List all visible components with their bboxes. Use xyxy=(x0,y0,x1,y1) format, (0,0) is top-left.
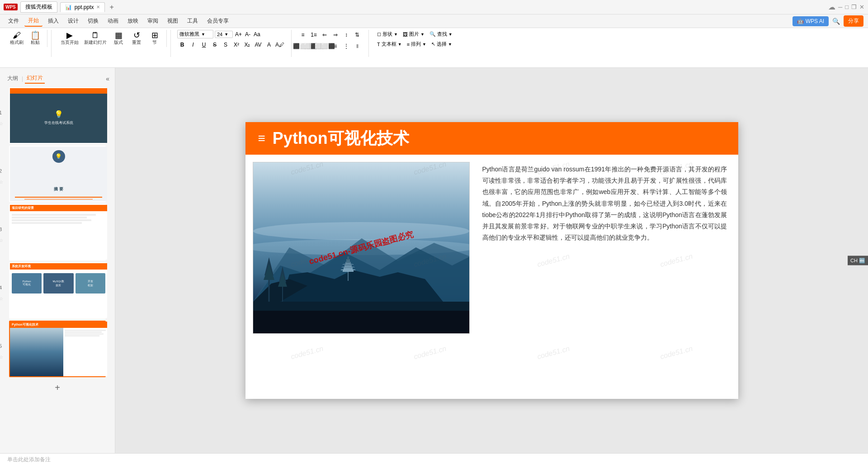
slide-thumbnail-2[interactable]: 💡 摘 要 xyxy=(9,146,106,202)
wps-ai-button[interactable]: 🤖 WPS AI xyxy=(793,16,829,26)
section-button[interactable]: ⊞ 节 xyxy=(146,30,163,47)
find-icon: 🔍 xyxy=(429,31,436,37)
language-indicator[interactable]: CH 🔤 xyxy=(848,256,868,265)
select-button[interactable]: ↖ 选择▼ xyxy=(429,40,454,48)
format-brush-icon: 🖌 xyxy=(13,31,21,39)
slide-thumbnail-1[interactable]: 💡 学生在线考试系统 xyxy=(9,87,106,144)
slide-thumbnail-4[interactable]: 系统开发环境 Python可视化 MySQL数据库 开发框架 xyxy=(9,262,106,319)
align-right-button[interactable]: ⬜⬜⬛ xyxy=(320,41,330,51)
menu-view[interactable]: 视图 xyxy=(164,16,182,26)
select-icon: ↖ xyxy=(431,41,435,47)
italic-button[interactable]: I xyxy=(188,40,198,50)
menu-slideshow[interactable]: 放映 xyxy=(124,16,142,26)
ribbon: 🖌 格式刷 📋 粘贴 ▶ 当页开始 🗒 新建幻灯片 ▦ 版式 xyxy=(0,28,868,68)
menu-start[interactable]: 开始 xyxy=(24,15,42,27)
font-decrease-button[interactable]: A- xyxy=(244,30,251,38)
strikethrough-button[interactable]: S xyxy=(210,40,220,50)
paste-icon: 📋 xyxy=(30,31,40,39)
start-slideshow-button[interactable]: ▶ 当页开始 xyxy=(59,30,80,47)
search-icon[interactable]: 🔍 xyxy=(832,18,840,25)
maximize-button[interactable]: □ xyxy=(845,4,849,10)
ribbon-separator-1 xyxy=(51,30,52,57)
superscript-button[interactable]: X² xyxy=(231,40,241,50)
line-spacing-button[interactable]: ↕ xyxy=(341,30,351,40)
tab-wps-label: 搜狐壳模板 xyxy=(25,3,52,11)
menu-transition[interactable]: 切换 xyxy=(84,16,102,26)
menu-insert[interactable]: 插入 xyxy=(44,16,62,26)
paste-button[interactable]: 📋 粘贴 xyxy=(27,30,43,47)
shapes-button[interactable]: ◻ 形状▼ xyxy=(375,30,400,38)
add-slide-icon: + xyxy=(55,383,60,393)
decrease-indent-button[interactable]: ⇐ xyxy=(320,30,330,40)
bullets-button[interactable]: ≡ xyxy=(298,30,308,40)
picture-button[interactable]: 🖼 图片▼ xyxy=(401,30,426,38)
menu-review[interactable]: 审阅 xyxy=(144,16,162,26)
add-tab-button[interactable]: + xyxy=(108,3,115,11)
menu-membership[interactable]: 会员专享 xyxy=(203,16,232,26)
layout-button[interactable]: ▦ 版式 xyxy=(110,30,127,47)
menu-tools[interactable]: 工具 xyxy=(184,16,202,26)
slide-title: Python可视化技术 xyxy=(273,128,409,150)
char-spacing-button[interactable]: AV xyxy=(253,40,263,50)
tab-outline[interactable]: 大纲 xyxy=(5,74,20,83)
tab-slides[interactable]: 幻灯片 xyxy=(25,73,45,84)
menu-animation[interactable]: 动画 xyxy=(104,16,122,26)
collapse-panel-button[interactable]: « xyxy=(106,75,109,82)
reset-icon: ↺ xyxy=(133,31,140,39)
subscript-button[interactable]: X₂ xyxy=(242,40,252,50)
new-slide-button[interactable]: 🗒 新建幻灯片 xyxy=(82,30,108,47)
tab-pptx[interactable]: 📊 ppt.pptx ✕ xyxy=(60,2,105,12)
share-button[interactable]: 分享 xyxy=(844,15,863,27)
tab-close-icon[interactable]: ✕ xyxy=(96,5,100,9)
tab-wps-office[interactable]: 搜狐壳模板 xyxy=(20,1,57,13)
minimize-button[interactable]: ─ xyxy=(838,4,842,10)
picture-icon: 🖼 xyxy=(403,32,408,37)
slide-header: ≡ Python可视化技术 xyxy=(245,122,738,155)
align-justify-button[interactable]: ≡ xyxy=(330,41,340,51)
slide-thumbnail-5[interactable]: Python可视化技术 xyxy=(9,321,106,377)
reset-button[interactable]: ↺ 重置 xyxy=(128,30,145,47)
section-icon: ⊞ xyxy=(151,31,158,39)
menu-file[interactable]: 文件 xyxy=(5,16,23,26)
columns-button[interactable]: ⫴ xyxy=(352,41,362,51)
wps-logo[interactable]: WPS xyxy=(4,4,18,10)
text-direction-button[interactable]: ⇅ xyxy=(352,30,362,40)
text-highlight-button[interactable]: A🖊 xyxy=(275,40,285,50)
shadow-button[interactable]: S xyxy=(221,40,231,50)
increase-indent-button[interactable]: ⇒ xyxy=(330,30,340,40)
slide-image[interactable]: code51.cn-源码乐园盗图必究 xyxy=(253,162,470,334)
format-brush-button[interactable]: 🖌 格式刷 xyxy=(8,30,25,47)
bold-button[interactable]: B xyxy=(177,40,187,50)
arrange-button[interactable]: ≡ 排列▼ xyxy=(405,40,428,48)
tab-pptx-label: ppt.pptx xyxy=(75,4,94,10)
add-slide-button[interactable]: + xyxy=(2,379,113,397)
menu-design[interactable]: 设计 xyxy=(64,16,82,26)
find-button[interactable]: 🔍 查找▼ xyxy=(428,30,454,38)
menu-bar: 文件 开始 插入 设计 切换 动画 放映 审阅 视图 工具 会员专享 🤖 WPS… xyxy=(0,14,868,28)
main-area: 大纲 | 幻灯片 « 1 💡 学生在线考试系统 ☆ 2 xyxy=(0,68,868,453)
ribbon-group-paste: 🖌 格式刷 📋 粘贴 xyxy=(5,30,47,47)
svg-marker-13 xyxy=(264,264,274,280)
slide-canvas[interactable]: ≡ Python可视化技术 xyxy=(245,122,738,399)
ribbon-group-drawing: ◻ 形状▼ 🖼 图片▼ 🔍 查找▼ T 文本框▼ ≡ 排列▼ ↖ xyxy=(373,30,457,48)
font-color-button[interactable]: A xyxy=(264,40,274,50)
slide-thumbnail-3[interactable]: 项目研究的背景 xyxy=(9,204,106,260)
close-button[interactable]: ✕ xyxy=(859,4,864,10)
notes-placeholder[interactable]: 单击此处添加备注 xyxy=(7,456,51,464)
clear-format-button[interactable]: Aa xyxy=(253,30,261,38)
cloud-save-icon[interactable]: ☁ xyxy=(828,3,835,11)
ribbon-group-font: 微软雅黑▼ 24▼ A+ A- Aa B I U S S X² X₂ AV A … xyxy=(175,30,288,50)
align-distributed-button[interactable]: ⋮ xyxy=(341,41,351,51)
numbering-button[interactable]: 1≡ xyxy=(309,30,319,40)
font-increase-button[interactable]: A+ xyxy=(234,30,243,38)
font-family-select[interactable]: 微软雅黑▼ xyxy=(177,30,213,38)
restore-button[interactable]: ❐ xyxy=(851,4,857,10)
font-size-select[interactable]: 24▼ xyxy=(215,31,233,38)
ribbon-separator-2 xyxy=(170,30,171,57)
slide-body-text: Python语言是荷兰guido van rossum在1991年推出的一种免费… xyxy=(482,164,727,243)
ribbon-separator-4 xyxy=(368,30,369,57)
underline-button[interactable]: U xyxy=(199,40,209,50)
textbox-button[interactable]: T 文本框▼ xyxy=(375,40,404,48)
slide-num-4: 4 xyxy=(0,285,2,290)
textbox-icon: T xyxy=(377,42,380,47)
